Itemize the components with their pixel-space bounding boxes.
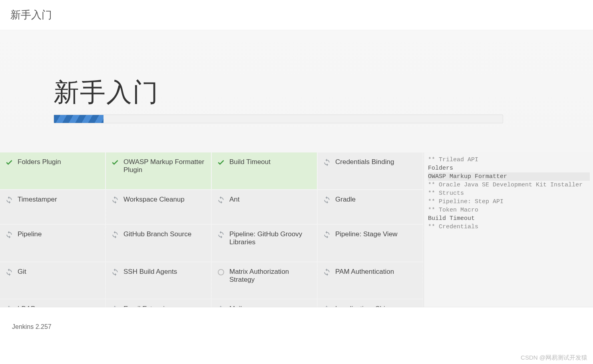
plugin-cell: GitHub Branch Source bbox=[106, 225, 211, 261]
refresh-icon bbox=[322, 158, 331, 167]
plugin-cell: SSH Build Agents bbox=[106, 262, 211, 299]
progress-bar bbox=[54, 115, 503, 123]
plugin-name: Workspace Cleanup bbox=[123, 196, 185, 204]
plugin-cell: PAM Authentication bbox=[318, 262, 423, 299]
top-header: 新手入门 bbox=[0, 0, 593, 30]
progress-fill bbox=[54, 115, 103, 123]
log-line: Build Timeout bbox=[428, 214, 590, 223]
main-area: 新手入门 Folders PluginOWASP Markup Formatte… bbox=[0, 30, 593, 307]
check-icon bbox=[111, 158, 119, 167]
header-title: 新手入门 bbox=[10, 8, 52, 22]
log-line: Folders bbox=[428, 164, 590, 172]
log-line: ** Token Macro bbox=[428, 206, 590, 214]
plugin-name: Folders Plugin bbox=[18, 158, 61, 166]
plugin-name: OWASP Markup Formatter Plugin bbox=[123, 158, 205, 174]
plugin-cell: Credentials Binding bbox=[318, 152, 423, 189]
refresh-icon bbox=[5, 230, 14, 239]
plugin-cell: Workspace Cleanup bbox=[106, 190, 211, 224]
watermark: CSDN @网易测试开发猿 bbox=[521, 354, 587, 362]
plugin-name: GitHub Branch Source bbox=[123, 230, 191, 238]
refresh-icon bbox=[111, 230, 119, 239]
check-icon bbox=[5, 158, 14, 167]
refresh-icon bbox=[5, 268, 14, 277]
plugin-name: PAM Authentication bbox=[335, 268, 394, 276]
log-line: ** Trilead API bbox=[428, 156, 590, 164]
plugin-cell: Pipeline bbox=[0, 225, 105, 261]
refresh-icon bbox=[111, 268, 119, 277]
log-line: ** Credentials bbox=[428, 223, 590, 231]
refresh-icon bbox=[217, 230, 225, 239]
page-title: 新手入门 bbox=[54, 75, 593, 110]
refresh-icon bbox=[5, 196, 14, 204]
refresh-icon bbox=[217, 196, 225, 204]
plugin-name: SSH Build Agents bbox=[123, 268, 177, 276]
refresh-icon bbox=[322, 268, 331, 277]
plugin-cell: Timestamper bbox=[0, 190, 105, 224]
plugin-cell: Ant bbox=[212, 190, 317, 224]
circle-icon bbox=[217, 268, 225, 277]
check-icon bbox=[217, 158, 225, 167]
plugin-cell: Git bbox=[0, 262, 105, 299]
log-line: ** Pipeline: Step API bbox=[428, 198, 590, 206]
plugin-name: Pipeline: Stage View bbox=[335, 230, 398, 238]
version-text: Jenkins 2.257 bbox=[12, 323, 52, 330]
refresh-icon bbox=[111, 196, 119, 204]
log-line: OWASP Markup Formatter bbox=[428, 172, 590, 181]
refresh-icon bbox=[322, 230, 331, 239]
plugin-name: Matrix Authorization Strategy bbox=[229, 268, 311, 284]
plugin-name: Pipeline bbox=[18, 230, 42, 238]
refresh-icon bbox=[322, 196, 331, 204]
plugin-cell: Folders Plugin bbox=[0, 152, 105, 189]
log-line: ** Structs bbox=[428, 189, 590, 198]
plugin-name: Timestamper bbox=[18, 196, 57, 204]
footer-bar: Jenkins 2.257 bbox=[0, 307, 593, 339]
plugin-name: Build Timeout bbox=[229, 158, 271, 166]
plugin-name: Credentials Binding bbox=[335, 158, 394, 166]
plugin-name: Pipeline: GitHub Groovy Libraries bbox=[229, 230, 311, 246]
plugin-name: Ant bbox=[229, 196, 240, 204]
plugin-cell: Pipeline: GitHub Groovy Libraries bbox=[212, 225, 317, 261]
log-line: ** Oracle Java SE Development Kit Instal… bbox=[428, 181, 590, 189]
plugin-cell: Matrix Authorization Strategy bbox=[212, 262, 317, 299]
plugin-cell: Pipeline: Stage View bbox=[318, 225, 423, 261]
plugin-name: Git bbox=[18, 268, 26, 276]
plugin-cell: Build Timeout bbox=[212, 152, 317, 189]
plugin-cell: Gradle bbox=[318, 190, 423, 224]
plugin-name: Gradle bbox=[335, 196, 356, 204]
plugin-cell: OWASP Markup Formatter Plugin bbox=[106, 152, 211, 189]
